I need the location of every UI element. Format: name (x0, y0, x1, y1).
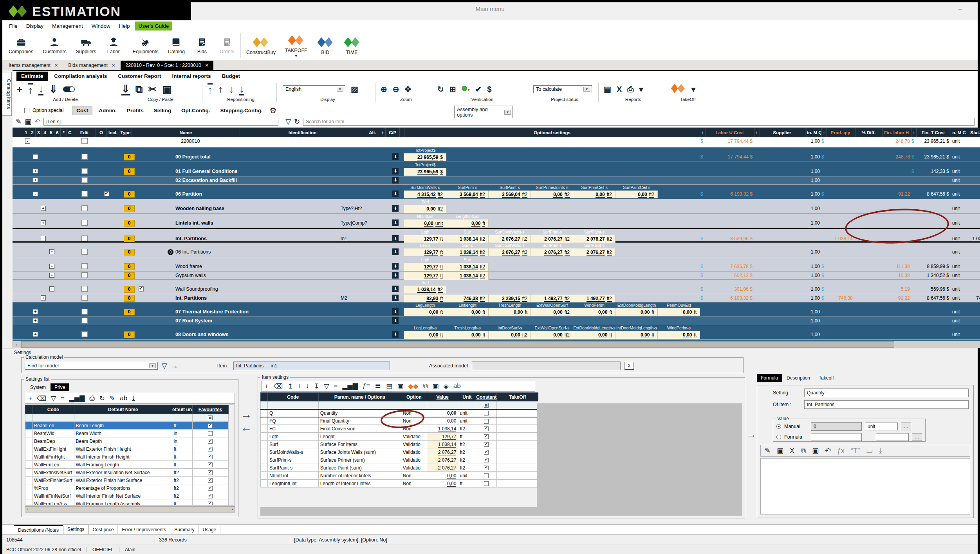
opt-setting-value[interactable]: 0,00ft (615, 331, 658, 339)
print-icon[interactable]: ⎙ (627, 84, 633, 95)
bottom-tab-cost-price[interactable]: Cost price (88, 525, 118, 534)
collapse-icon[interactable]: - (25, 138, 30, 144)
tab-internal-reports[interactable]: Internal reports (168, 72, 216, 81)
filter-checkbox[interactable] (208, 416, 213, 420)
dollar-icon[interactable]: $ (487, 84, 491, 95)
item-setting-row[interactable]: SurfPaint-sSurface Paint (sum)Validatio2… (261, 464, 538, 472)
opt-setting-value[interactable]: 0,00ft2 (573, 191, 615, 198)
import-doc-icon[interactable]: ⤓ (879, 447, 882, 455)
row-drop-button[interactable]: ⬇ (392, 295, 399, 301)
item-setting-row[interactable]: LgthLenghtValidatio129,77ft (261, 433, 538, 441)
bottom-tab-summary[interactable]: Summary (170, 525, 199, 534)
equals-icon[interactable]: = (61, 394, 65, 402)
opt-setting-value[interactable]: 129,77ft (404, 272, 446, 280)
edit-cell-button[interactable] (81, 295, 88, 301)
verify-check-icon[interactable]: ✔ (475, 84, 482, 95)
opt-setting-value[interactable]: 0,00ft (615, 308, 658, 316)
item-setting-row[interactable]: SurfJointWalls-sSurface Joints Walls (su… (261, 448, 538, 456)
item-setting-row[interactable]: SurfPrim-sSurface Primer (sum)Validatio2… (261, 456, 538, 464)
favourite-checkbox[interactable] (208, 494, 213, 498)
companies-button[interactable]: Companies (4, 31, 38, 60)
minimize-icon[interactable]: – (958, 5, 962, 13)
col-unit[interactable]: Unit (458, 393, 476, 401)
move-down-icon[interactable]: ↓ (229, 84, 234, 95)
opt-setting-value[interactable]: 0,00ft2 (615, 191, 658, 198)
col-option[interactable]: Option (401, 393, 427, 401)
chevron-down-icon[interactable]: ▾ (691, 84, 695, 95)
opt-setting-value[interactable]: 1 492,77ft2 (573, 295, 615, 302)
customers-button[interactable]: Customers (38, 31, 71, 60)
scrollbar-thumb[interactable] (21, 341, 894, 348)
tab-description[interactable]: Description (783, 374, 814, 382)
table-row[interactable]: -000 Project total⬇TotProject$23 965,59$… (13, 147, 980, 162)
constant-checkbox[interactable] (484, 442, 489, 447)
option-badge[interactable]: 0 (124, 309, 135, 315)
formula-radio[interactable] (776, 435, 781, 439)
table-row[interactable]: -0Int. Partitionsm1⬇Lgth129,77ftSurf1 03… (13, 228, 980, 243)
find-model-select[interactable]: Find for model▼ (25, 362, 158, 370)
col-default-name[interactable]: Default Name (74, 405, 172, 414)
edit-cell-button[interactable] (81, 220, 88, 226)
settings-list-hscroll[interactable]: ‹› (25, 506, 235, 513)
opt-setting-value[interactable]: 1 038,14ft2 (446, 248, 489, 256)
paste-icon[interactable]: ▣ (433, 382, 439, 390)
zoom-out-icon[interactable]: ⊖ (393, 84, 399, 95)
expand-icon[interactable]: + (41, 206, 46, 211)
opt-setting-value[interactable]: 2 076,27ft2 (489, 248, 531, 256)
opt-setting-value[interactable]: 2 076,27ft2 (531, 235, 573, 243)
expand-icon[interactable]: + (49, 286, 54, 291)
formula-textarea[interactable] (760, 458, 970, 514)
doc-tab-items-management[interactable]: Items management✕ (4, 61, 63, 70)
unit-select[interactable]: unit (865, 423, 898, 430)
opt-setting-value[interactable]: 23 965,59$ (404, 168, 446, 176)
grid-horizontal-scrollbar[interactable]: ‹ (13, 341, 980, 348)
move-right-icon[interactable]: → (240, 408, 256, 421)
opt-setting-value[interactable]: 23 965,59$ (404, 153, 446, 161)
opt-setting-value[interactable]: 0,00ft (489, 308, 531, 316)
close-icon[interactable]: ✕ (54, 63, 58, 68)
option-badge[interactable]: 0 (124, 249, 135, 255)
row-drop-button[interactable]: ⬇ (392, 191, 399, 197)
col-favourites[interactable]: Favourites (192, 405, 228, 414)
filter-funnel-icon[interactable]: ▽ (324, 382, 329, 390)
opt-setting-value[interactable]: 3 569,04ft2 (446, 191, 489, 198)
tab-estimate[interactable]: Estimate (16, 72, 48, 81)
type-checkbox[interactable] (139, 286, 144, 291)
row-drop-button[interactable]: ⬇ (392, 308, 399, 315)
item-setting-row[interactable]: LengthIntLintLength of Interior LintelsN… (261, 480, 538, 487)
manual-value-field[interactable]: 0 (811, 422, 862, 431)
settings-list-row[interactable]: WallExtInsNetSurfWall Exterior Insulatio… (25, 469, 229, 477)
opt-setting-value[interactable]: 0,00ft2 (531, 331, 573, 339)
opt-config--filter-button[interactable]: Opt.Config. (177, 106, 214, 115)
manual-radio[interactable] (776, 424, 781, 429)
constant-checkbox[interactable] (484, 466, 489, 470)
refresh-icon[interactable]: ↻ (99, 394, 105, 403)
move-top-icon[interactable]: ↥ (287, 382, 293, 390)
favourite-checkbox[interactable] (208, 486, 213, 491)
opt-setting-value[interactable]: 1 038,14ft2 (404, 286, 446, 293)
menu-item-window[interactable]: Window (88, 22, 114, 31)
move-bottom-icon[interactable]: ↓ (239, 83, 244, 95)
move-down-icon[interactable]: ↓ (306, 382, 309, 390)
opt-setting-value[interactable]: 1 492,77ft2 (531, 295, 573, 302)
opt-setting-value[interactable]: 0,00ft (446, 308, 489, 316)
profits-filter-button[interactable]: Profits (123, 106, 148, 115)
option-badge[interactable]: 0 (124, 286, 135, 293)
insert-below-icon[interactable]: ↓ (38, 83, 43, 95)
edit-pencil-icon[interactable]: ✎ (110, 394, 115, 403)
opt-setting-value[interactable]: 0,00ft (404, 331, 446, 339)
formula-field[interactable]: [Len-s] (43, 118, 278, 126)
edit-cell-button[interactable] (81, 205, 88, 211)
delete-item-icon[interactable]: ⇓ (49, 84, 58, 95)
ruler-icon[interactable]: ▭ (866, 446, 873, 455)
expand-icon[interactable]: + (49, 273, 54, 278)
apply-arrow-icon[interactable]: → (171, 362, 178, 370)
edit-cell-button[interactable] (81, 263, 88, 269)
table-row[interactable]: +0Wood frame⬇Lgth129,77ftSurf1 038,14ft2… (13, 257, 980, 272)
fx-icon[interactable]: ƒx (837, 447, 845, 455)
catalog-button[interactable]: Catalog (163, 31, 190, 60)
opt-setting-value[interactable]: 0,00unit (404, 219, 446, 227)
bottom-tab-settings[interactable]: Settings (63, 525, 88, 534)
opt-setting-value[interactable]: 1 038,14ft2 (446, 272, 489, 280)
settings-list-row[interactable]: WallFrmLenAssWall Framing Length Assembl… (25, 500, 229, 506)
